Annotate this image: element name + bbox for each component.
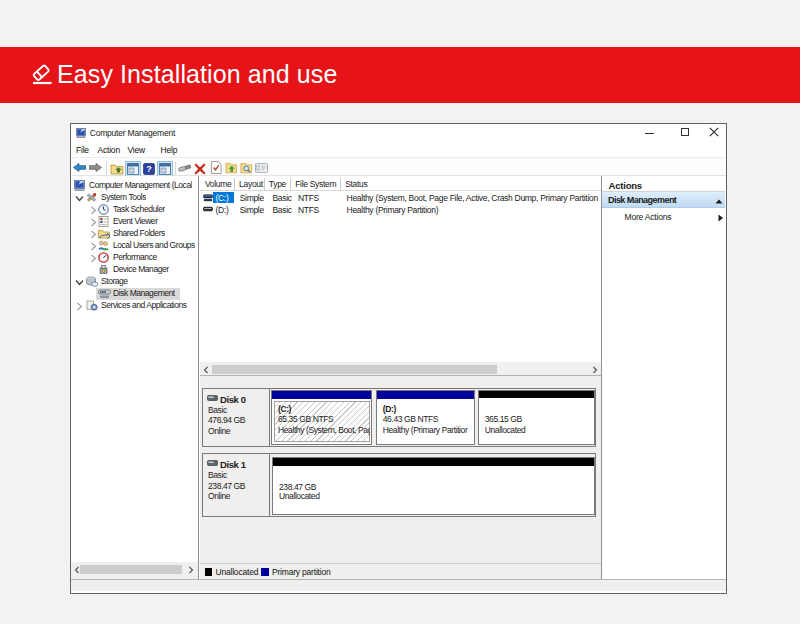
svg-text:?: ? [146, 164, 152, 174]
